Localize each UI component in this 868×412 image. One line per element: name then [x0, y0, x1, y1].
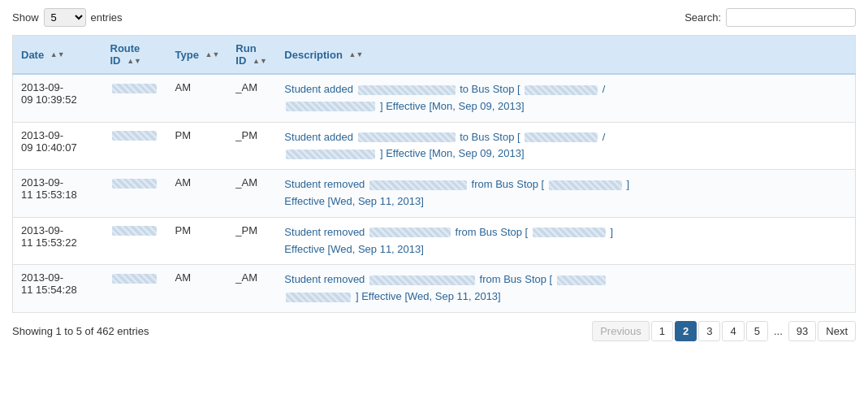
table-row: 2013-09- 11 15:53:22PM_PMStudent removed…: [13, 217, 856, 265]
redacted-name: [358, 132, 456, 142]
search-input[interactable]: [726, 8, 856, 27]
sort-icon-route: ▲▼: [127, 58, 141, 66]
cell-run-id: _AM: [227, 74, 276, 122]
cell-run-id: _PM: [227, 122, 276, 170]
data-table: Date ▲▼ RouteID ▲▼ Type ▲▼ RunID ▲▼ Desc…: [12, 35, 856, 313]
table-row: 2013-09- 09 10:40:07PM_PMStudent added t…: [13, 122, 856, 170]
redacted-stop: [533, 228, 606, 237]
col-desc-label: Description: [284, 49, 343, 61]
page-5-button[interactable]: 5: [746, 321, 768, 341]
show-entries-control: Show 5102550100 entries: [12, 8, 123, 27]
cell-description: Student removed from Bus Stop [ ]Effecti…: [276, 217, 855, 265]
redacted-line2: [286, 150, 375, 159]
prev-button[interactable]: Previous: [592, 321, 650, 341]
redacted-name: [358, 85, 456, 95]
col-header-type[interactable]: Type ▲▼: [167, 36, 228, 75]
desc-line2: Effective [Wed, Sep 11, 2013]: [284, 241, 847, 258]
cell-date: 2013-09- 11 15:53:18: [13, 170, 102, 218]
desc-line1: Student removed from Bus Stop [ ]: [284, 224, 847, 241]
cell-run-id: _AM: [227, 265, 276, 313]
cell-route-id: [102, 217, 167, 265]
redacted-stop: [549, 180, 622, 190]
page-1-button[interactable]: 1: [651, 321, 673, 341]
cell-route-id: [102, 74, 167, 122]
cell-type: AM: [167, 170, 228, 218]
col-header-date[interactable]: Date ▲▼: [13, 36, 102, 75]
table-row: 2013-09- 09 10:39:52AM_AMStudent added t…: [13, 74, 856, 122]
table-row: 2013-09- 11 15:54:28AM_AMStudent removed…: [13, 265, 856, 313]
page-3-button[interactable]: 3: [698, 321, 720, 341]
page-4-button[interactable]: 4: [722, 321, 744, 341]
redacted-line2: [286, 102, 375, 111]
cell-type: PM: [167, 122, 228, 170]
sort-icon-date: ▲▼: [50, 51, 65, 59]
redacted-name: [369, 275, 475, 285]
pagination: Previous 1 2 3 4 5 ... 93 Next: [592, 321, 856, 341]
redacted-stop: [525, 132, 598, 142]
page-2-button[interactable]: 2: [675, 321, 697, 341]
show-label: Show: [12, 11, 39, 24]
desc-line2: ] Effective [Wed, Sep 11, 2013]: [284, 288, 847, 306]
showing-text: Showing 1 to 5 of 462 entries: [12, 325, 149, 337]
search-label: Search:: [684, 11, 721, 24]
cell-run-id: _PM: [227, 217, 276, 265]
cell-date: 2013-09- 09 10:39:52: [13, 74, 102, 122]
sort-icon-run: ▲▼: [253, 58, 267, 66]
desc-line1: Student removed from Bus Stop [ ]: [284, 176, 847, 193]
cell-type: PM: [167, 217, 228, 265]
cell-type: AM: [167, 265, 228, 313]
redacted-route: [112, 179, 157, 189]
redacted-name: [369, 180, 467, 190]
last-page-button[interactable]: 93: [788, 321, 816, 341]
cell-route-id: [102, 122, 167, 170]
col-header-description[interactable]: Description ▲▼: [276, 36, 855, 75]
desc-line1: Student added to Bus Stop [ /: [284, 129, 847, 146]
redacted-route: [112, 84, 157, 93]
desc-line1: Student removed from Bus Stop [: [284, 271, 847, 288]
cell-date: 2013-09- 11 15:53:22: [13, 217, 102, 265]
cell-date: 2013-09- 11 15:54:28: [13, 265, 102, 313]
sort-icon-desc: ▲▼: [348, 51, 363, 59]
col-type-label: Type: [175, 49, 199, 61]
entries-label: entries: [91, 11, 123, 24]
cell-description: Student added to Bus Stop [ / ] Effectiv…: [276, 74, 855, 122]
desc-line2: ] Effective [Mon, Sep 09, 2013]: [284, 145, 847, 163]
ellipsis: ...: [770, 322, 787, 340]
cell-type: AM: [167, 74, 228, 122]
cell-run-id: _AM: [227, 170, 276, 218]
redacted-route: [112, 226, 157, 236]
cell-description: Student added to Bus Stop [ / ] Effectiv…: [276, 122, 855, 170]
table-header-row: Date ▲▼ RouteID ▲▼ Type ▲▼ RunID ▲▼ Desc…: [13, 36, 856, 75]
redacted-stop: [557, 275, 606, 285]
col-date-label: Date: [21, 49, 44, 61]
cell-route-id: [102, 170, 167, 218]
sort-icon-type: ▲▼: [205, 51, 220, 59]
col-header-route-id[interactable]: RouteID ▲▼: [102, 36, 167, 75]
desc-line1: Student added to Bus Stop [ /: [284, 81, 847, 98]
cell-description: Student removed from Bus Stop [ ] Effect…: [276, 265, 855, 313]
cell-date: 2013-09- 09 10:40:07: [13, 122, 102, 170]
table-row: 2013-09- 11 15:53:18AM_AMStudent removed…: [13, 170, 856, 218]
redacted-stop: [525, 85, 598, 95]
bottom-bar: Showing 1 to 5 of 462 entries Previous 1…: [12, 321, 856, 341]
desc-line2: Effective [Wed, Sep 11, 2013]: [284, 193, 847, 210]
redacted-name: [369, 228, 451, 237]
top-controls: Show 5102550100 entries Search:: [12, 8, 856, 27]
desc-line2: ] Effective [Mon, Sep 09, 2013]: [284, 98, 847, 115]
redacted-line2: [286, 293, 351, 302]
search-box: Search:: [684, 8, 856, 27]
table-body: 2013-09- 09 10:39:52AM_AMStudent added t…: [13, 74, 856, 312]
cell-route-id: [102, 265, 167, 313]
redacted-route: [112, 274, 157, 284]
col-header-run-id[interactable]: RunID ▲▼: [227, 36, 276, 75]
redacted-route: [112, 131, 157, 141]
next-button[interactable]: Next: [818, 321, 856, 341]
cell-description: Student removed from Bus Stop [ ]Effecti…: [276, 170, 855, 218]
entries-select[interactable]: 5102550100: [44, 8, 86, 27]
